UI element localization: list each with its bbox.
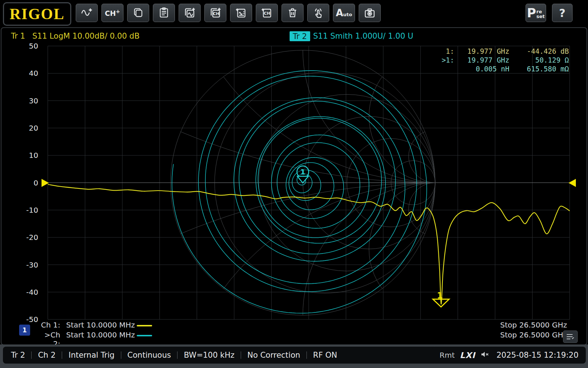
- save-recall-button[interactable]: [230, 4, 252, 22]
- trace2-label[interactable]: Tr 2: [290, 31, 310, 41]
- trace1-label[interactable]: Tr 1: [11, 32, 25, 40]
- status-bar-left: Tr 2 Ch 2 Internal Trig Continuous BW=10…: [3, 347, 437, 364]
- y-tick-50: 50: [12, 42, 38, 50]
- channel2-trace-swatch: [137, 335, 152, 336]
- marker-row2-label: >1:: [429, 56, 454, 64]
- status-active-channel[interactable]: Ch 2: [38, 351, 55, 360]
- y-tick-0: 0: [12, 178, 38, 187]
- y-tick-40: 40: [12, 69, 38, 78]
- y-tick-n10: -10: [12, 206, 38, 215]
- status-rf-state[interactable]: RF ON: [313, 351, 337, 360]
- lxi-indicator: LXI: [460, 351, 475, 360]
- help-button[interactable]: ?: [552, 4, 573, 22]
- y-tick-n20: -20: [12, 233, 38, 242]
- collapse-menu-button[interactable]: [563, 330, 578, 343]
- auto-scale-button[interactable]: Auto: [333, 4, 355, 22]
- y-tick-10: 10: [12, 151, 38, 160]
- status-correction[interactable]: No Correction: [247, 351, 300, 360]
- channel1-trace-swatch: [137, 325, 152, 326]
- channel1-start[interactable]: Start 10.0000 MHz: [66, 321, 135, 329]
- screenshot-button[interactable]: [359, 4, 381, 22]
- marker-readout: 1: 19.977 GHz -44.426 dB >1: 19.977 GHz …: [429, 47, 569, 73]
- y-tick-30: 30: [12, 96, 38, 105]
- channel1-stop[interactable]: Stop 26.5000 GHz: [500, 321, 567, 329]
- remote-indicator: Rmt: [440, 351, 455, 360]
- vna-screen: RIGOL CH+: [0, 0, 588, 368]
- trace2-detail[interactable]: S11 Smith 1.000U/ 1.00 U: [313, 32, 413, 40]
- add-channel-button[interactable]: CH+: [101, 4, 123, 22]
- trash-icon: [287, 7, 298, 19]
- copy-pages-icon: [132, 7, 144, 19]
- channel-pages-icon: CH: [209, 7, 222, 19]
- touch-hand-icon: [312, 7, 325, 19]
- recall-setup-button[interactable]: [153, 4, 175, 22]
- rigol-logo: RIGOL: [3, 2, 71, 26]
- new-trace-icon: [80, 7, 93, 19]
- y-tick-n40: -40: [12, 288, 38, 297]
- delete-button[interactable]: [282, 4, 304, 22]
- marker-row3-freq: 0.005 nH: [454, 64, 509, 73]
- y-tick-20: 20: [12, 124, 38, 132]
- clipboard-list-icon: [158, 7, 170, 19]
- display-area: [1, 27, 587, 345]
- rigol-logo-text: RIGOL: [10, 5, 65, 23]
- status-trigger-source[interactable]: Internal Trig: [68, 351, 114, 360]
- trace1-detail[interactable]: S11 LogM 10.00dB/ 0.00 dB: [32, 32, 140, 40]
- datetime: 2025-08-15 12:19:20: [496, 351, 578, 360]
- menu-collapse-icon: [566, 333, 575, 341]
- status-bar-right: Rmt LXI 2025-08-15 12:19:20: [432, 347, 586, 364]
- channel1-label: Ch 1:: [37, 321, 60, 329]
- y-tick-n30: -30: [12, 261, 38, 269]
- save-channel-button[interactable]: CH: [256, 4, 278, 22]
- marker-row1-value: -44.426 dB: [509, 47, 569, 56]
- clipboard-waveform-icon: [235, 7, 247, 19]
- trace-windows-button[interactable]: [179, 4, 201, 22]
- help-icon: ?: [559, 7, 565, 20]
- preset-button[interactable]: P re set: [526, 4, 546, 22]
- marker-row2-value: 50.129 Ω: [509, 56, 569, 64]
- camera-icon: [363, 7, 376, 19]
- new-trace-button[interactable]: [76, 4, 98, 22]
- auto-scale-icon: Auto: [336, 7, 352, 18]
- channel2-stop[interactable]: Stop 26.5000 GHz: [500, 330, 567, 339]
- marker-row2-freq: 19.977 GHz: [454, 56, 509, 64]
- channel1-info-row: Ch 1: Start 10.0000 MHz Stop 26.5000 GHz: [0, 321, 588, 330]
- channel2-start[interactable]: Start 10.0000 MHz: [66, 330, 135, 339]
- status-if-bandwidth[interactable]: BW=100 kHz: [184, 351, 234, 360]
- add-channel-icon: CH+: [105, 8, 120, 17]
- channel2-info-row: >Ch 2: Start 10.0000 MHz Stop 26.5000 GH…: [0, 330, 588, 340]
- copy-channel-button[interactable]: [127, 4, 149, 22]
- svg-text:CH: CH: [213, 11, 219, 16]
- marker-row1-label: 1:: [429, 47, 454, 56]
- channel-windows-button[interactable]: CH: [204, 4, 226, 22]
- marker-row1-freq: 19.977 GHz: [454, 47, 509, 56]
- marker-row3-label: [429, 64, 454, 73]
- trace-pages-icon: [183, 7, 196, 19]
- speaker-muted-icon[interactable]: [480, 350, 489, 360]
- preset-icon: P: [527, 7, 536, 18]
- status-sweep-mode[interactable]: Continuous: [128, 351, 171, 360]
- svg-text:CH: CH: [264, 11, 270, 16]
- touch-button[interactable]: [307, 4, 329, 22]
- marker-row3-value: 615.580 mΩ: [509, 64, 569, 73]
- page-ch-icon: CH: [261, 7, 273, 19]
- status-active-trace[interactable]: Tr 2: [11, 351, 25, 360]
